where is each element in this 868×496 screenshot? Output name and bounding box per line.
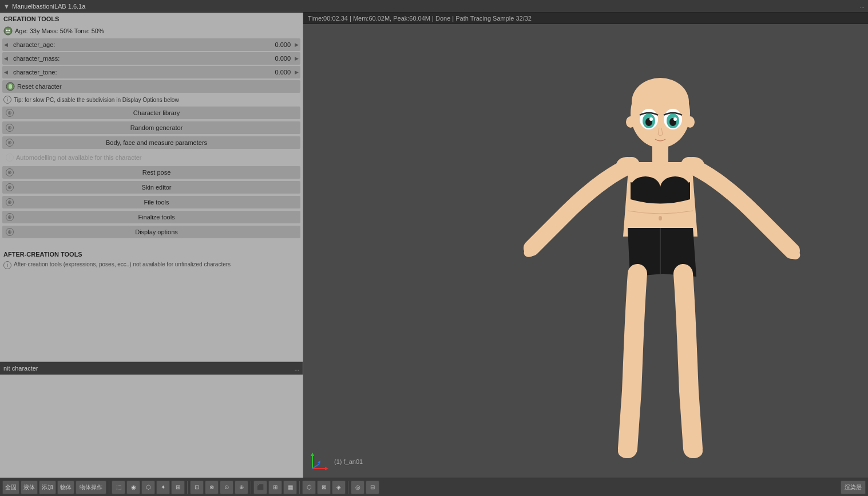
toolbar-btn-icon13[interactable]: ⬡ xyxy=(302,481,316,494)
svg-rect-6 xyxy=(652,144,668,164)
title-dots: ... xyxy=(860,3,865,9)
after-creation-text: After-creation tools (expressions, poses… xyxy=(14,261,231,267)
reset-button-label: Reset character xyxy=(17,83,62,90)
character-mass-slider[interactable]: ◀ character_mass: 0.000 ▶ xyxy=(2,52,300,65)
age-icon xyxy=(3,26,13,36)
toolbar-btn-icon8[interactable]: ⊙ xyxy=(220,481,233,494)
bottom-panel-content xyxy=(0,375,303,478)
character-library-button[interactable]: ⊕ Character library xyxy=(2,107,300,119)
after-info-icon: i xyxy=(3,261,11,269)
bottom-panel-dots: ... xyxy=(295,365,299,372)
random-generator-button[interactable]: ⊕ Random generator xyxy=(2,121,300,134)
character-svg xyxy=(474,70,846,478)
bottom-toolbar: 全固 液体 添加 物体 物体操作 ⬚ ◉ ⬡ ✦ ⊞ ⊡ ⊗ ⊙ ⊕ ⬛ ⊞ ▦… xyxy=(0,478,868,496)
toolbar-btn-add[interactable]: 添加 xyxy=(39,481,56,494)
toolbar-btn-icon11[interactable]: ⊞ xyxy=(268,481,282,494)
skin-expand-icon: ⊕ xyxy=(6,183,14,191)
file-tools-button[interactable]: ⊕ File tools xyxy=(2,196,300,208)
toolbar-btn-icon15[interactable]: ◈ xyxy=(332,481,346,494)
toolbar-btn-icon4[interactable]: ✦ xyxy=(156,481,170,494)
mass-arrow-right[interactable]: ▶ xyxy=(293,56,300,61)
toolbar-btn-object-ops[interactable]: 物体操作 xyxy=(76,481,106,494)
tone-value: 0.000 xyxy=(275,69,293,76)
viewport-status-bar: Time:00:02.34 | Mem:60.02M, Peak:60.04M … xyxy=(303,13,868,24)
finalize-tools-button[interactable]: ⊕ Finalize tools xyxy=(2,211,300,223)
svg-marker-32 xyxy=(318,460,320,464)
character-figure xyxy=(474,70,846,471)
toolbar-btn-icon10[interactable]: ⬛ xyxy=(253,481,267,494)
left-panel: CREATION TOOLS Age: 33y Mass: 50% Tone: … xyxy=(0,13,303,478)
toolbar-btn-render-layer[interactable]: 渲染层 xyxy=(841,481,866,494)
age-value: 0.000 xyxy=(275,41,293,48)
svg-marker-28 xyxy=(325,467,328,470)
toolbar-btn-icon9[interactable]: ⊕ xyxy=(235,481,248,494)
body-face-label: Body, face and measure parameters xyxy=(16,139,297,146)
toolbar-btn-icon14[interactable]: ⊠ xyxy=(317,481,331,494)
rest-expand-icon: ⊕ xyxy=(6,168,14,176)
toolbar-btn-icon17[interactable]: ⊟ xyxy=(366,481,379,494)
toolbar-btn-icon16[interactable]: ◎ xyxy=(351,481,364,494)
title-triangle: ▼ xyxy=(3,3,10,10)
viewport-bottom: (1) f_an01 xyxy=(308,450,363,473)
title-bar: ▼ ManuelbastioniLAB 1.6.1a ... xyxy=(0,0,868,13)
reset-icon xyxy=(6,82,15,91)
toolbar-btn-liquid[interactable]: 液体 xyxy=(21,481,38,494)
display-options-button[interactable]: ⊕ Display options xyxy=(2,226,300,238)
toolbar-btn-icon1[interactable]: ⬚ xyxy=(112,481,125,494)
object-name: (1) f_an01 xyxy=(334,458,363,465)
svg-point-2 xyxy=(9,30,10,32)
svg-point-25 xyxy=(681,157,704,173)
age-info-text: Age: 33y Mass: 50% Tone: 50% xyxy=(15,27,104,34)
app-title: ManuelbastioniLAB 1.6.1a xyxy=(12,3,85,10)
svg-point-23 xyxy=(685,116,695,128)
toolbar-sep-1 xyxy=(109,481,109,494)
tip-row: i Tip: for slow PC, disable the subdivis… xyxy=(0,94,303,105)
after-creation-title: AFTER-CREATION TOOLS xyxy=(3,251,299,260)
automodelling-row: i Automodelling not available for this c… xyxy=(2,151,300,164)
viewport: Time:00:02.34 | Mem:60.02M, Peak:60.04M … xyxy=(303,13,868,478)
display-options-label: Display options xyxy=(16,229,297,235)
toolbar-btn-icon12[interactable]: ▦ xyxy=(283,481,297,494)
age-arrow-left[interactable]: ◀ xyxy=(2,42,10,48)
toolbar-btn-icon5[interactable]: ⊞ xyxy=(171,481,185,494)
mass-value: 0.000 xyxy=(275,55,293,62)
svg-point-26 xyxy=(659,216,662,221)
body-expand-icon: ⊕ xyxy=(6,139,14,147)
toolbar-sep-3 xyxy=(251,481,251,494)
svg-point-13 xyxy=(684,444,703,458)
tone-arrow-right[interactable]: ▶ xyxy=(293,69,300,75)
toolbar-sep-5 xyxy=(348,481,348,494)
toolbar-sep-4 xyxy=(299,481,300,494)
character-library-label: Character library xyxy=(16,109,297,116)
axes-svg xyxy=(308,450,331,473)
toolbar-btn-icon6[interactable]: ⊡ xyxy=(190,481,204,494)
svg-point-12 xyxy=(618,444,636,458)
character-age-slider[interactable]: ◀ character_age: 0.000 ▶ xyxy=(2,38,300,51)
tone-arrow-left[interactable]: ◀ xyxy=(2,69,10,75)
toolbar-btn-object[interactable]: 物体 xyxy=(57,481,74,494)
skin-editor-button[interactable]: ⊕ Skin editor xyxy=(2,181,300,194)
tip-text: Tip: for slow PC, disable the subdivisio… xyxy=(14,97,179,103)
toolbar-btn-icon2[interactable]: ◉ xyxy=(126,481,140,494)
info-icon: i xyxy=(3,96,11,104)
random-expand-icon: ⊕ xyxy=(6,124,14,132)
age-arrow-right[interactable]: ▶ xyxy=(293,42,300,48)
bottom-panel-header: nit character ... xyxy=(0,362,303,375)
toolbar-btn-quanggu[interactable]: 全固 xyxy=(2,481,19,494)
toolbar-btn-icon7[interactable]: ⊗ xyxy=(205,481,219,494)
rest-pose-button[interactable]: ⊕ Rest pose xyxy=(2,166,300,179)
svg-point-0 xyxy=(4,27,12,35)
rest-pose-label: Rest pose xyxy=(16,169,297,176)
toolbar-btn-icon3[interactable]: ⬡ xyxy=(141,481,155,494)
library-expand-icon: ⊕ xyxy=(6,109,14,117)
display-expand-icon: ⊕ xyxy=(6,228,14,236)
character-tone-slider[interactable]: ◀ character_tone: 0.000 ▶ xyxy=(2,66,300,78)
svg-point-21 xyxy=(673,117,677,121)
creation-tools-header: CREATION TOOLS xyxy=(0,13,303,24)
automodelling-text: Automodelling not available for this cha… xyxy=(16,154,142,161)
mass-arrow-left[interactable]: ◀ xyxy=(2,56,10,61)
body-face-params-button[interactable]: ⊕ Body, face and measure parameters xyxy=(2,136,300,149)
reset-character-button[interactable]: Reset character xyxy=(2,80,300,93)
svg-point-7 xyxy=(631,176,660,199)
viewport-content[interactable]: (1) f_an01 xyxy=(303,24,868,478)
